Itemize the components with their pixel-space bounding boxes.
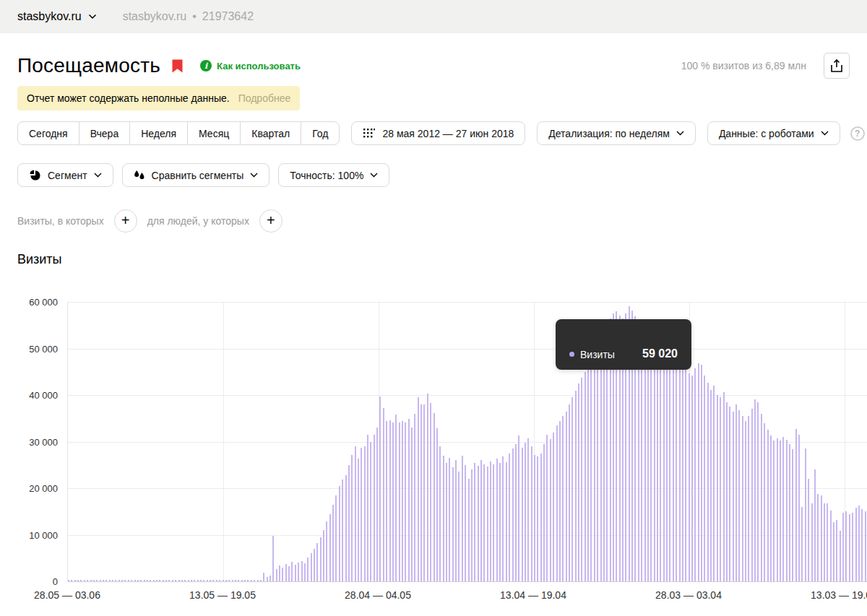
visits-bar[interactable] [137,580,139,581]
visits-bar[interactable] [367,435,368,581]
visits-bar[interactable] [717,395,718,581]
visits-bar[interactable] [795,429,797,581]
visits-bar[interactable] [379,396,381,581]
visits-bar[interactable] [144,580,145,581]
visits-bar[interactable] [821,495,822,581]
visits-bar[interactable] [389,420,391,581]
visits-bar[interactable] [540,454,542,581]
visits-bar[interactable] [478,466,479,581]
visits-bar[interactable] [490,461,491,581]
visits-bar[interactable] [698,363,699,582]
visits-bar[interactable] [105,580,107,581]
visits-bar[interactable] [254,580,255,581]
visits-bar[interactable] [175,580,176,581]
visits-bar[interactable] [418,397,419,581]
visits-bar[interactable] [307,558,309,582]
period-button-quarter[interactable]: Квартал [240,121,301,145]
visits-bar[interactable] [436,428,438,581]
visits-bar[interactable] [660,339,661,581]
visits-bar[interactable] [128,580,129,581]
visits-bar[interactable] [200,580,202,581]
visits-bar[interactable] [506,462,507,581]
visits-bar[interactable] [669,357,670,581]
visits-bar[interactable] [682,367,683,581]
site-switcher[interactable]: stasbykov.ru [17,10,97,23]
visits-bar[interactable] [585,372,586,581]
visits-bar[interactable] [178,580,180,581]
period-button-today[interactable]: Сегодня [17,121,79,145]
visits-bar[interactable] [439,446,441,581]
visits-bar[interactable] [434,413,435,581]
visits-bar[interactable] [483,464,485,582]
visits-bar[interactable] [789,444,790,581]
visits-bar[interactable] [260,580,262,581]
visits-bar[interactable] [172,580,173,581]
visits-bar[interactable] [311,553,312,581]
visits-bar[interactable] [543,444,545,581]
visits-bar[interactable] [203,580,204,581]
visits-bar[interactable] [830,511,832,581]
visits-bar[interactable] [798,435,800,581]
visits-bar[interactable] [707,383,709,581]
period-button-month[interactable]: Месяц [187,121,241,145]
visits-bar[interactable] [329,514,331,582]
visits-bar[interactable] [74,580,76,581]
visits-bar[interactable] [673,360,674,581]
question-icon[interactable]: ? [850,126,865,141]
visits-bar[interactable] [87,580,88,581]
visits-bar[interactable] [782,437,784,581]
visits-bar[interactable] [408,419,410,581]
visits-bar[interactable] [374,435,375,581]
visits-bar[interactable] [496,459,498,581]
visits-bar[interactable] [345,475,347,581]
visits-bar[interactable] [115,580,116,581]
visits-bar[interactable] [842,513,844,581]
visits-bar[interactable] [272,536,274,581]
visits-bar[interactable] [509,454,510,581]
segment-dropdown[interactable]: Сегмент [17,163,113,187]
visits-bar[interactable] [427,394,428,581]
visits-bar[interactable] [780,441,781,581]
visits-bar[interactable] [525,443,526,581]
visits-bar[interactable] [480,460,482,581]
visits-bar[interactable] [487,467,488,581]
visits-bar[interactable] [342,480,343,581]
visits-bar[interactable] [792,449,793,581]
visits-bar[interactable] [751,409,753,581]
visits-bar[interactable] [786,440,788,581]
visits-bar[interactable] [163,580,164,581]
visits-bar[interactable] [845,511,847,581]
visits-bar[interactable] [855,508,857,581]
visits-bar[interactable] [257,580,259,581]
visits-bar[interactable] [814,469,816,581]
visits-bar[interactable] [647,342,649,581]
detalization-dropdown[interactable]: Детализация: по неделям [537,121,696,145]
visits-bar[interactable] [402,421,403,581]
visits-bar[interactable] [546,435,548,581]
visits-bar[interactable] [446,463,447,582]
visits-bar[interactable] [244,580,246,581]
visits-bar[interactable] [405,422,406,581]
visits-bar[interactable] [225,580,227,581]
visits-bar[interactable] [644,334,646,581]
visits-bar[interactable] [729,407,730,581]
visits-bar[interactable] [332,505,334,581]
visits-bar[interactable] [679,365,681,581]
visits-bar[interactable] [694,368,696,581]
visits-bar[interactable] [689,373,690,581]
visits-bar[interactable] [228,580,230,581]
visits-bar[interactable] [395,415,397,581]
visits-bar[interactable] [569,404,570,581]
visits-bar[interactable] [691,376,693,581]
how-to-use-link[interactable]: i Как использовать [200,60,301,71]
visits-bar[interactable] [663,346,665,581]
visits-bar[interactable] [550,439,551,581]
visits-bar[interactable] [291,562,293,581]
visits-bar[interactable] [512,448,514,581]
visits-bar[interactable] [468,479,470,581]
accuracy-dropdown[interactable]: Точность: 100% [278,163,389,187]
visits-bar[interactable] [383,408,384,581]
visits-bar[interactable] [597,351,598,581]
visits-bar[interactable] [493,464,494,581]
visits-bar[interactable] [314,549,315,581]
